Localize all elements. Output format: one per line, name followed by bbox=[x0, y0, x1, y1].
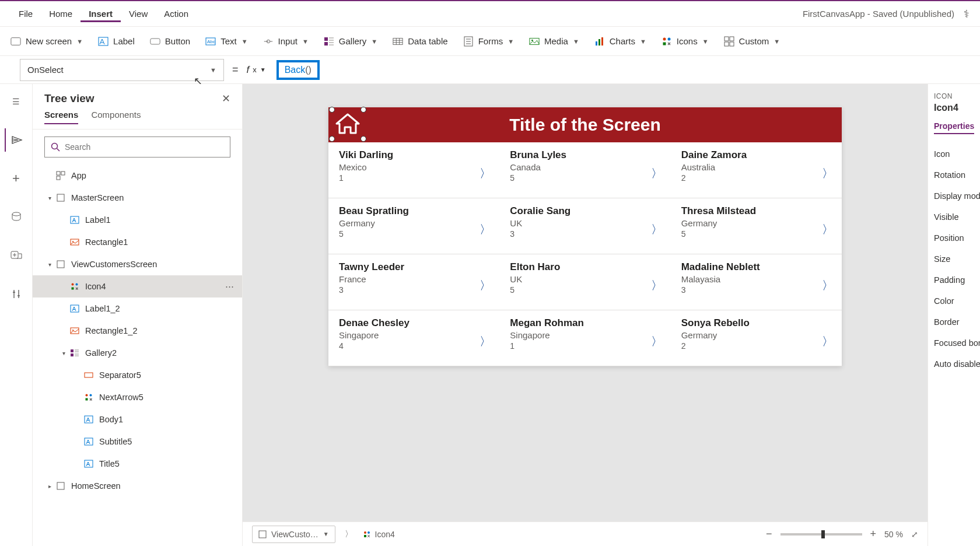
tree-item-viewcustomersscreen[interactable]: ▾ViewCustomersScreen⋯ bbox=[33, 253, 242, 275]
tree-item-body1[interactable]: Body1⋯ bbox=[33, 408, 242, 430]
chevron-right-icon[interactable]: 〉 bbox=[651, 278, 663, 293]
chevron-right-icon[interactable]: 〉 bbox=[480, 278, 491, 293]
tree-item-homescreen[interactable]: ▸HomeScreen⋯ bbox=[33, 475, 242, 497]
gallery-card[interactable]: Coralie SangUK3〉 bbox=[499, 198, 670, 254]
ribbon-forms[interactable]: Forms▼ bbox=[463, 36, 514, 47]
diagnostics-icon[interactable]: ⚕ bbox=[964, 8, 970, 20]
menu-file[interactable]: File bbox=[10, 5, 41, 22]
prop-row-auto-disable[interactable]: Auto disable bbox=[934, 354, 974, 374]
chevron-right-icon[interactable]: 〉 bbox=[822, 278, 834, 293]
card-name: Megan Rohman bbox=[510, 317, 660, 329]
chevron-right-icon[interactable]: 〉 bbox=[651, 222, 663, 237]
ribbon-input[interactable]: Input▼ bbox=[263, 36, 309, 47]
tree-item-label1[interactable]: Label1⋯ bbox=[33, 209, 242, 231]
more-icon[interactable]: ⋯ bbox=[225, 282, 235, 291]
prop-row-size[interactable]: Size bbox=[934, 249, 974, 270]
home-icon-selected[interactable] bbox=[332, 110, 363, 139]
menu-action[interactable]: Action bbox=[156, 5, 197, 22]
ribbon-charts[interactable]: Charts▼ bbox=[594, 36, 646, 47]
tree-item-nextarrow5[interactable]: NextArrow5⋯ bbox=[33, 386, 242, 408]
gallery[interactable]: Viki DarlingMexico1〉Bruna LylesCanada5〉D… bbox=[328, 142, 842, 366]
rail-tools[interactable] bbox=[5, 282, 28, 306]
chevron-right-icon[interactable]: 〉 bbox=[480, 166, 491, 181]
tree-tab-components[interactable]: Components bbox=[91, 110, 141, 124]
chevron-right-icon[interactable]: 〉 bbox=[651, 334, 663, 349]
screen-preview[interactable]: Title of the Screen Viki DarlingMexico1〉… bbox=[328, 107, 842, 366]
tree-item-gallery2[interactable]: ▾Gallery2⋯ bbox=[33, 342, 242, 364]
gallery-card[interactable]: Viki DarlingMexico1〉 bbox=[328, 142, 499, 198]
zoom-slider[interactable] bbox=[780, 533, 862, 536]
tree-item-app[interactable]: App⋯ bbox=[33, 164, 242, 187]
menu-home[interactable]: Home bbox=[41, 5, 80, 22]
tree-item-rectangle1[interactable]: Rectangle1⋯ bbox=[33, 231, 242, 253]
canvas-status-bar: ViewCusto… ▼ 〉 Icon4 − + 50 % ⤢ bbox=[243, 522, 928, 546]
ribbon-custom[interactable]: Custom▼ bbox=[724, 36, 780, 47]
zoom-in[interactable]: + bbox=[870, 528, 877, 540]
tree-tab-screens[interactable]: Screens bbox=[44, 110, 78, 124]
prop-row-position[interactable]: Position bbox=[934, 228, 974, 249]
chevron-right-icon[interactable]: 〉 bbox=[822, 222, 834, 237]
prop-row-rotation[interactable]: Rotation bbox=[934, 164, 974, 186]
prop-row-icon[interactable]: Icon bbox=[934, 144, 974, 164]
property-dropdown[interactable]: OnSelect ▼ bbox=[20, 59, 224, 81]
breadcrumb-control[interactable]: Icon4 bbox=[362, 530, 395, 539]
fx-label[interactable]: fx▼ bbox=[247, 64, 272, 76]
gallery-card[interactable]: Elton HaroUK5〉 bbox=[499, 254, 670, 310]
prop-row-border[interactable]: Border bbox=[934, 312, 974, 332]
ribbon-gallery[interactable]: Gallery▼ bbox=[324, 36, 377, 47]
gallery-card[interactable]: Sonya RebelloGermany2〉 bbox=[671, 310, 842, 366]
tree-item-icon4[interactable]: Icon4⋯ bbox=[33, 275, 242, 298]
rail-hamburger[interactable]: ☰ bbox=[5, 90, 28, 113]
ribbon-text[interactable]: AbcText▼ bbox=[205, 36, 247, 47]
svg-rect-51 bbox=[71, 328, 79, 334]
chevron-right-icon[interactable]: 〉 bbox=[822, 334, 834, 349]
gallery-card[interactable]: Madaline NeblettMalayasia3〉 bbox=[671, 254, 842, 310]
chevron-right-icon[interactable]: 〉 bbox=[822, 166, 834, 181]
tree-search[interactable] bbox=[44, 136, 230, 158]
zoom-out[interactable]: − bbox=[766, 528, 772, 540]
prop-row-color[interactable]: Color bbox=[934, 290, 974, 312]
prop-row-display-mod[interactable]: Display mod bbox=[934, 186, 974, 206]
formula-bar[interactable]: Back() bbox=[272, 59, 980, 81]
menu-insert[interactable]: Insert bbox=[80, 5, 121, 22]
ribbon-button[interactable]: Button bbox=[150, 36, 190, 47]
gallery-card[interactable]: Denae ChesleySingapore4〉 bbox=[328, 310, 499, 366]
close-icon[interactable]: ✕ bbox=[222, 92, 230, 105]
card-number: 4 bbox=[339, 341, 489, 351]
ribbon-new-screen[interactable]: New screen▼ bbox=[10, 36, 83, 47]
tree-item-label1_2[interactable]: Label1_2⋯ bbox=[33, 298, 242, 320]
tree-item-separator5[interactable]: Separator5⋯ bbox=[33, 364, 242, 386]
prop-row-focused-bor[interactable]: Focused bor bbox=[934, 332, 974, 354]
ribbon-label[interactable]: Label bbox=[98, 36, 135, 47]
properties-tab[interactable]: Properties bbox=[934, 121, 974, 134]
tree-item-subtitle5[interactable]: Subtitle5⋯ bbox=[33, 430, 242, 453]
tree-search-input[interactable] bbox=[65, 142, 224, 152]
gallery-card[interactable]: Daine ZamoraAustralia2〉 bbox=[671, 142, 842, 198]
label-icon bbox=[83, 458, 94, 470]
card-number: 1 bbox=[339, 173, 489, 183]
gallery-card[interactable]: Thresa MilsteadGermany5〉 bbox=[671, 198, 842, 254]
gallery-card[interactable]: Tawny LeederFrance3〉 bbox=[328, 254, 499, 310]
breadcrumb-screen[interactable]: ViewCusto… ▼ bbox=[252, 526, 335, 543]
rail-data[interactable] bbox=[5, 205, 28, 229]
chevron-right-icon[interactable]: 〉 bbox=[480, 222, 491, 237]
rail-insert[interactable]: + bbox=[5, 167, 28, 190]
fit-icon[interactable]: ⤢ bbox=[911, 530, 918, 539]
rail-tree-view[interactable] bbox=[5, 128, 28, 152]
ribbon-media[interactable]: Media▼ bbox=[529, 36, 579, 47]
tree-item-rectangle1_2[interactable]: Rectangle1_2⋯ bbox=[33, 320, 242, 342]
ribbon-icons[interactable]: Icons▼ bbox=[662, 36, 709, 47]
menu-view[interactable]: View bbox=[121, 5, 156, 22]
prop-row-visible[interactable]: Visible bbox=[934, 206, 974, 228]
gallery-card[interactable]: Bruna LylesCanada5〉 bbox=[499, 142, 670, 198]
tree-item-masterscreen[interactable]: ▾MasterScreen⋯ bbox=[33, 187, 242, 209]
svg-point-60 bbox=[86, 394, 88, 397]
gallery-card[interactable]: Beau SpratlingGermany5〉 bbox=[328, 198, 499, 254]
chevron-right-icon[interactable]: 〉 bbox=[480, 334, 491, 349]
prop-row-padding[interactable]: Padding bbox=[934, 270, 974, 290]
tree-item-title5[interactable]: Title5⋯ bbox=[33, 453, 242, 475]
gallery-card[interactable]: Megan RohmanSingapore1〉 bbox=[499, 310, 670, 366]
chevron-right-icon[interactable]: 〉 bbox=[651, 166, 663, 181]
ribbon-data-table[interactable]: Data table bbox=[393, 36, 447, 47]
rail-media[interactable] bbox=[5, 244, 28, 267]
